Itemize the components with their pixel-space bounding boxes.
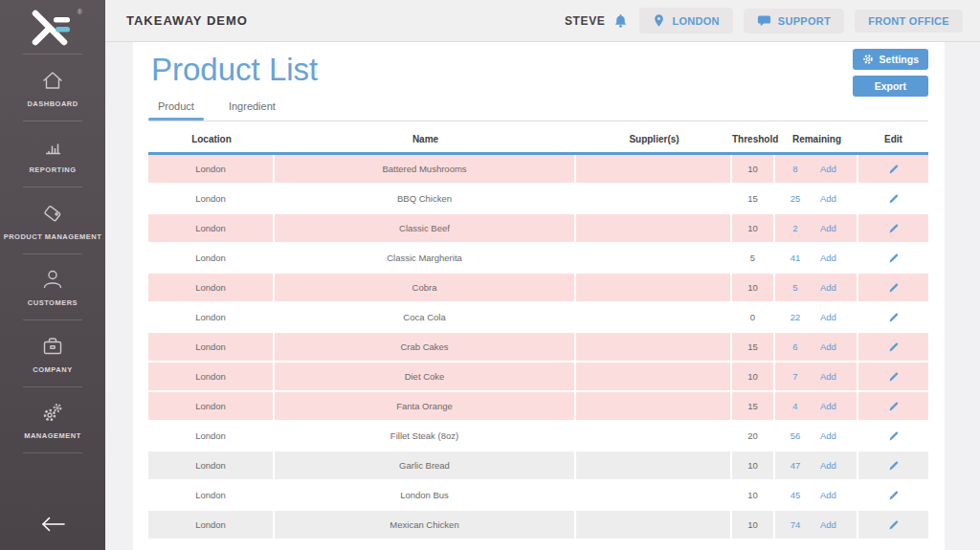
cell-threshold: 15 bbox=[732, 333, 775, 361]
cell-suppliers bbox=[576, 333, 732, 361]
cell-suppliers bbox=[576, 244, 732, 272]
add-link[interactable]: Add bbox=[820, 193, 836, 204]
cell-location: London bbox=[148, 214, 275, 242]
table-row: LondonDiet Coke107Add bbox=[148, 363, 928, 392]
page-actions: Settings Export bbox=[853, 49, 928, 97]
cell-location: London bbox=[148, 303, 275, 331]
tabs: Product Ingredient bbox=[148, 100, 945, 121]
registered-trademark: ® bbox=[78, 9, 82, 15]
remaining-value: 25 bbox=[785, 193, 806, 204]
sidebar-item-label: PRODUCT MANAGEMENT bbox=[4, 232, 102, 241]
pencil-icon bbox=[887, 459, 900, 472]
cell-remaining: 5Add bbox=[775, 274, 858, 301]
edit-button[interactable] bbox=[887, 489, 900, 501]
add-link[interactable]: Add bbox=[820, 371, 836, 382]
sidebar-item-label: REPORTING bbox=[29, 165, 76, 174]
cell-edit bbox=[858, 244, 928, 272]
sidebar-item-dashboard[interactable]: DASHBOARD bbox=[0, 55, 105, 121]
cell-threshold: 10 bbox=[732, 214, 775, 242]
add-link[interactable]: Add bbox=[820, 164, 836, 174]
sidebar-item-product-management[interactable]: PRODUCT MANAGEMENT bbox=[0, 187, 105, 254]
remaining-value: 74 bbox=[785, 519, 806, 530]
cell-location: London bbox=[148, 451, 275, 479]
table-row: LondonFillet Steak (8oz)2056Add bbox=[148, 422, 928, 451]
remaining-value: 8 bbox=[785, 164, 806, 174]
column-header-location: Location bbox=[148, 134, 275, 144]
cell-location: London bbox=[148, 363, 275, 390]
notifications-bell-button[interactable] bbox=[612, 12, 629, 30]
cell-name: BBQ Chicken bbox=[275, 185, 576, 212]
cell-remaining: 25Add bbox=[775, 185, 858, 212]
bell-icon bbox=[612, 12, 629, 30]
edit-button[interactable] bbox=[887, 370, 900, 383]
pencil-icon bbox=[887, 341, 900, 353]
page-title: Product List bbox=[151, 52, 945, 88]
add-link[interactable]: Add bbox=[820, 282, 836, 293]
cell-remaining: 4Add bbox=[775, 392, 858, 420]
edit-button[interactable] bbox=[887, 459, 900, 472]
cell-remaining: 2Add bbox=[775, 214, 858, 242]
briefcase-icon bbox=[40, 334, 65, 359]
sidebar-collapse-button[interactable] bbox=[0, 508, 105, 540]
edit-button[interactable] bbox=[887, 429, 900, 442]
cell-remaining: 41Add bbox=[775, 244, 858, 272]
edit-button[interactable] bbox=[887, 400, 900, 412]
product-table: Location Name Supplier(s) Threshold Rema… bbox=[148, 126, 928, 540]
gears-icon bbox=[40, 400, 65, 425]
table-row: LondonCoca Cola022Add bbox=[148, 303, 928, 333]
add-link[interactable]: Add bbox=[820, 312, 836, 322]
location-button[interactable]: LONDON bbox=[639, 8, 732, 33]
settings-button-label: Settings bbox=[880, 54, 919, 65]
sidebar-item-reporting[interactable]: REPORTING bbox=[0, 121, 105, 188]
edit-button[interactable] bbox=[887, 252, 900, 264]
sidebar-item-customers[interactable]: CUSTOMERS bbox=[0, 254, 105, 321]
cell-name: Classic Margherita bbox=[275, 244, 576, 272]
cell-threshold: 10 bbox=[732, 274, 775, 301]
cell-name: London Bus bbox=[275, 481, 576, 509]
edit-button[interactable] bbox=[887, 311, 900, 323]
app-logo[interactable]: ® bbox=[0, 0, 105, 55]
table-row: LondonBBQ Chicken1525Add bbox=[148, 185, 928, 214]
cell-name: Fanta Orange bbox=[275, 392, 576, 420]
pencil-icon bbox=[887, 400, 900, 412]
cell-remaining: 6Add bbox=[775, 333, 858, 361]
cell-threshold: 10 bbox=[732, 155, 775, 183]
sidebar-item-company[interactable]: COMPANY bbox=[0, 320, 105, 387]
main-area: Product List Settings Export Product Ing… bbox=[105, 42, 980, 550]
add-link[interactable]: Add bbox=[820, 460, 836, 471]
tab-ingredient[interactable]: Ingredient bbox=[219, 100, 285, 121]
add-link[interactable]: Add bbox=[820, 223, 836, 233]
cell-edit bbox=[858, 451, 928, 479]
edit-button[interactable] bbox=[887, 341, 900, 353]
add-link[interactable]: Add bbox=[820, 401, 836, 411]
edit-button[interactable] bbox=[887, 281, 900, 294]
sidebar-item-label: COMPANY bbox=[33, 365, 72, 374]
settings-button[interactable]: Settings bbox=[853, 49, 928, 70]
export-button[interactable]: Export bbox=[853, 76, 928, 97]
add-link[interactable]: Add bbox=[820, 490, 836, 500]
cell-remaining: 56Add bbox=[775, 422, 858, 450]
cell-suppliers bbox=[576, 511, 732, 539]
cell-edit bbox=[858, 392, 928, 420]
add-link[interactable]: Add bbox=[820, 253, 836, 263]
cell-suppliers bbox=[576, 214, 732, 242]
edit-button[interactable] bbox=[887, 163, 900, 175]
tab-product[interactable]: Product bbox=[148, 100, 204, 121]
table-row: LondonBattered Mushrooms108Add bbox=[148, 155, 928, 185]
edit-button[interactable] bbox=[887, 192, 900, 205]
front-office-button-label: FRONT OFFICE bbox=[868, 15, 949, 27]
cell-edit bbox=[858, 422, 928, 450]
add-link[interactable]: Add bbox=[820, 430, 836, 441]
pencil-icon bbox=[887, 192, 900, 205]
add-link[interactable]: Add bbox=[820, 519, 836, 530]
cell-location: London bbox=[148, 274, 275, 301]
edit-button[interactable] bbox=[887, 222, 900, 234]
cell-suppliers bbox=[576, 392, 732, 420]
support-button[interactable]: SUPPORT bbox=[744, 9, 844, 33]
cell-threshold: 5 bbox=[732, 244, 775, 272]
arrow-left-icon bbox=[38, 514, 67, 535]
edit-button[interactable] bbox=[887, 518, 900, 531]
add-link[interactable]: Add bbox=[820, 341, 836, 352]
sidebar-item-management[interactable]: MANAGEMENT bbox=[0, 387, 105, 454]
front-office-button[interactable]: FRONT OFFICE bbox=[855, 10, 963, 33]
